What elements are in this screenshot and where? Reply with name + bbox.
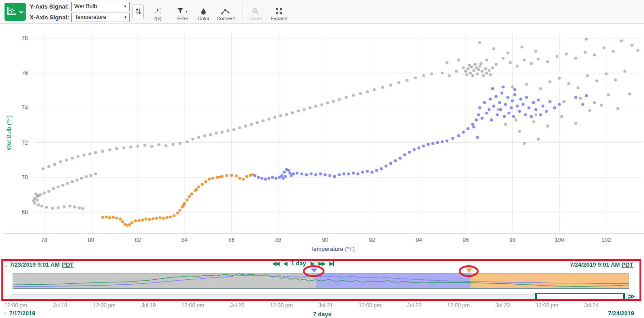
timeline-axis-label: Jul 18	[53, 302, 67, 309]
x-axis-signal-label: X-Axis Signal:	[30, 14, 69, 21]
svg-text:82: 82	[135, 237, 141, 243]
timeline-axis-label: Jul 21	[319, 302, 333, 309]
svg-text:102: 102	[602, 237, 611, 243]
filter-funnel-icon	[177, 8, 184, 15]
svg-text:96: 96	[462, 237, 469, 243]
timeline-axis-label: 12:00 pm	[447, 302, 470, 309]
fx-button[interactable]: f(x)	[150, 3, 165, 21]
filter-caret-icon: ▼	[185, 10, 188, 13]
timezone-link[interactable]: PDT	[62, 261, 73, 268]
select-caret-icon: ▼	[123, 5, 127, 9]
expand-arrows-icon	[275, 7, 283, 16]
trend-strip-chart[interactable]	[13, 273, 629, 289]
timeline-axis: 12:00 pmJul 1812:00 pmJul 1912:00 pmJul …	[0, 302, 644, 309]
axis-signal-selectors: Y-Axis Signal: Wet Bulb▼ X-Axis Signal: …	[30, 2, 130, 22]
chevron-down-icon	[19, 9, 24, 15]
investigate-range-duration[interactable]: 7 days	[313, 311, 331, 318]
svg-text:100: 100	[555, 237, 564, 243]
fast-backward-button[interactable]: ◀◀	[272, 260, 279, 267]
toolbar-separator	[242, 2, 242, 21]
timeline-axis-label: 12:00 pm	[93, 302, 115, 309]
step-duration-label[interactable]: 1 day	[291, 260, 306, 267]
scatter-plot-icon	[6, 6, 18, 17]
scatter-chart[interactable]: 7880828486889092949698100102687072747678…	[0, 23, 644, 259]
select-caret-icon: ▼	[124, 15, 128, 19]
timeline-axis-label: 12:00 pm	[5, 302, 27, 309]
timeline-axis-label: 12:00 pm	[536, 302, 558, 309]
svg-text:86: 86	[228, 237, 235, 243]
step-backward-button[interactable]: ◀	[283, 260, 286, 267]
svg-text:68: 68	[22, 209, 28, 215]
scroll-right-fast-icon[interactable]: ≫	[628, 292, 635, 300]
svg-text:70: 70	[22, 174, 28, 181]
color-droplet-icon	[201, 7, 206, 16]
swap-axes-button[interactable]	[132, 5, 144, 19]
svg-text:72: 72	[22, 140, 28, 146]
svg-text:78: 78	[41, 237, 47, 243]
timeline-scrollbar-thumb[interactable]	[535, 293, 625, 300]
timeline-axis-label: Jul 22	[407, 302, 421, 309]
connect-points-icon	[221, 7, 230, 16]
fast-forward-button[interactable]: ▶▶	[318, 260, 324, 267]
timeline-end-time[interactable]: 7/24/2019 9:01 AM PDT	[570, 261, 633, 268]
svg-text:78: 78	[22, 35, 28, 41]
svg-text:Temperature (°F): Temperature (°F)	[311, 245, 355, 252]
timeline-axis-label: Jul 24	[584, 302, 598, 309]
y-axis-signal-label: Y-Axis Signal:	[30, 3, 69, 10]
svg-text:84: 84	[182, 237, 188, 243]
fx-sparkle-icon	[154, 7, 162, 16]
svg-text:74: 74	[22, 104, 28, 111]
svg-text:92: 92	[369, 237, 375, 243]
connect-button[interactable]: Connect	[216, 3, 235, 21]
svg-text:76: 76	[22, 70, 28, 76]
timeline-axis-label: Jul 23	[495, 302, 510, 309]
step-forward-button[interactable]: ▶	[311, 260, 314, 267]
investigate-range-start[interactable]: ↑ 7/17/2019	[4, 310, 35, 317]
zoom-button[interactable]: Zoom	[248, 3, 263, 21]
timeline-step-controls: ◀◀ ◀ 1 day ▶ ▶▶ ▶	[272, 260, 334, 267]
color-button[interactable]: Color	[196, 3, 211, 21]
timeline-axis-label: 12:00 pm	[182, 302, 204, 309]
step-to-end-button[interactable]: ▶	[329, 260, 334, 267]
expand-button[interactable]: Expand	[270, 3, 287, 21]
compare-range-start-marker[interactable]	[466, 268, 472, 273]
toolbar: Y-Axis Signal: Wet Bulb▼ X-Axis Signal: …	[0, 0, 644, 24]
svg-text:88: 88	[275, 237, 282, 243]
timeline-axis-label: Jul 20	[230, 302, 244, 309]
investigate-range-end[interactable]: 7/24/2019	[608, 310, 634, 317]
svg-text:90: 90	[322, 237, 329, 243]
svg-text:80: 80	[88, 237, 94, 243]
timeline-axis-label: 12:00 pm	[270, 302, 292, 309]
display-range-start-marker[interactable]	[311, 268, 317, 273]
svg-text:98: 98	[509, 237, 516, 243]
zoom-magnifier-icon	[252, 7, 259, 16]
toolbar-separator	[171, 2, 171, 21]
svg-text:94: 94	[416, 237, 422, 243]
up-arrow-icon: ↑	[4, 310, 7, 317]
swap-arrows-icon	[135, 7, 142, 17]
scatter-plot-menu-button[interactable]	[5, 3, 26, 21]
timeline-axis-label: 12:00 pm	[359, 302, 381, 309]
filter-button[interactable]: ▼ Filter	[175, 3, 190, 21]
timeline-axis-label: Jul 19	[142, 302, 156, 309]
down-arrow-icon: ↓	[5, 261, 8, 268]
x-axis-signal-select[interactable]: Temperature▼	[71, 13, 130, 22]
timezone-link[interactable]: PDT	[621, 261, 633, 268]
timeline-start-time[interactable]: ↓ 7/23/2019 9:01 AM PDT	[5, 261, 73, 268]
svg-text:Wet Bulb (°F): Wet Bulb (°F)	[5, 115, 12, 150]
y-axis-signal-select[interactable]: Wet Bulb▼	[71, 2, 130, 11]
